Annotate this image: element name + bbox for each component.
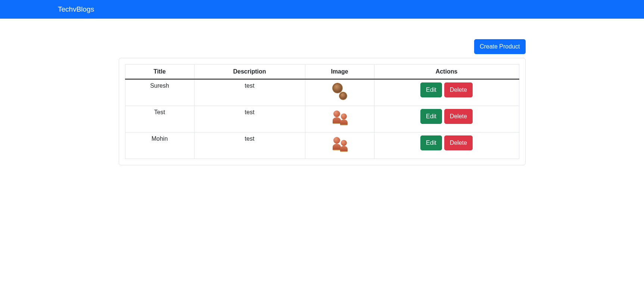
table-header-row: Title Description Image Actions <box>125 65 519 79</box>
cell-title: Suresh <box>125 79 194 106</box>
products-table: Title Description Image Actions Sureshte… <box>125 64 519 159</box>
cell-image <box>305 79 374 106</box>
cell-title: Mohin <box>125 132 194 159</box>
product-image-icon <box>330 82 349 101</box>
table-row: TesttestEditDelete <box>125 106 519 132</box>
products-card: Title Description Image Actions Sureshte… <box>119 58 526 165</box>
cell-actions: EditDelete <box>374 106 519 132</box>
cell-description: test <box>194 79 305 106</box>
table-row: SureshtestEditDelete <box>125 79 519 106</box>
main-container: Create Product Title Description Image A… <box>76 39 569 165</box>
cell-description: test <box>194 106 305 132</box>
table-row: MohintestEditDelete <box>125 132 519 159</box>
create-product-button[interactable]: Create Product <box>474 39 526 54</box>
header-description: Description <box>194 65 305 79</box>
cell-description: test <box>194 132 305 159</box>
cell-image <box>305 106 374 132</box>
delete-button[interactable]: Delete <box>444 135 473 150</box>
header-title: Title <box>125 65 194 79</box>
edit-button[interactable]: Edit <box>420 109 442 124</box>
navbar: TechvBlogs <box>0 0 644 19</box>
product-image-icon <box>330 135 349 154</box>
brand-link[interactable]: TechvBlogs <box>58 5 94 13</box>
cell-title: Test <box>125 106 194 132</box>
edit-button[interactable]: Edit <box>420 135 442 150</box>
cell-image <box>305 132 374 159</box>
header-image: Image <box>305 65 374 79</box>
cell-actions: EditDelete <box>374 79 519 106</box>
action-bar: Create Product <box>119 39 526 54</box>
header-actions: Actions <box>374 65 519 79</box>
edit-button[interactable]: Edit <box>420 82 442 97</box>
cell-actions: EditDelete <box>374 132 519 159</box>
delete-button[interactable]: Delete <box>444 82 473 97</box>
product-image-icon <box>330 109 349 128</box>
delete-button[interactable]: Delete <box>444 109 473 124</box>
